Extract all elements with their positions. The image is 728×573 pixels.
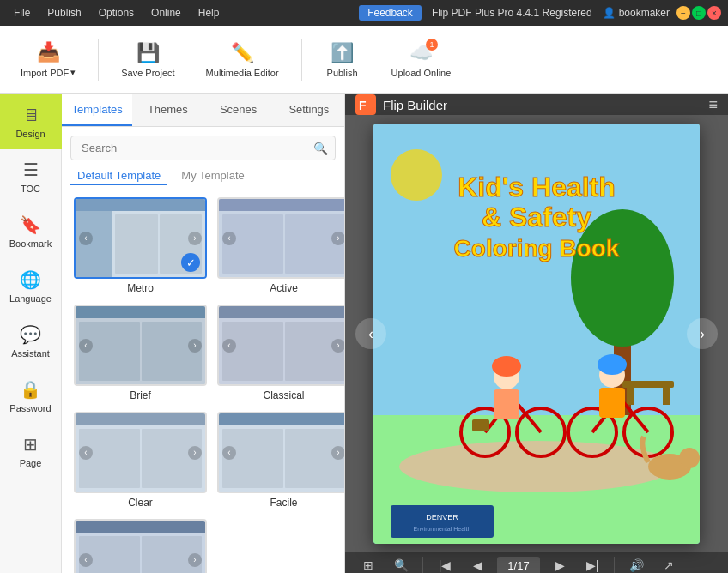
menu-publish[interactable]: Publish [40, 5, 88, 21]
close-button[interactable]: × [707, 6, 721, 20]
menu-file[interactable]: File [7, 5, 37, 21]
assistant-icon: 💬 [20, 324, 41, 345]
tab-settings[interactable]: Settings [274, 94, 344, 126]
menu-online[interactable]: Online [144, 5, 188, 21]
publish-button[interactable]: ⬆️ Publish [312, 37, 373, 83]
page-icon: ⊞ [23, 434, 38, 455]
flip-logo-icon: F [355, 94, 376, 115]
save-project-button[interactable]: 💾 Save Project [109, 37, 186, 83]
template-brief[interactable]: ‹ › Brief [69, 299, 212, 407]
maximize-button[interactable]: □ [692, 6, 706, 20]
assistant-label: Assistant [11, 348, 50, 359]
template-extra[interactable]: ‹ › [69, 514, 212, 573]
share-button[interactable]: ↗ [656, 552, 682, 573]
next-page-button[interactable]: › [687, 318, 718, 349]
extra-nav-left: ‹ [79, 553, 93, 567]
save-icon: 💾 [136, 42, 160, 64]
titlebar: File Publish Options Online Help Feedbac… [0, 0, 728, 26]
template-metro[interactable]: ‹ › ✓ Metro [69, 192, 212, 299]
search-bar: 🔍 [70, 136, 336, 160]
preview-footer: ⊞ 🔍 |◀ ◀ ▶ ▶| 🔊 ↗ [345, 552, 728, 573]
import-pdf-button[interactable]: 📥 Import PDF ▾ [9, 36, 88, 83]
facile-nav-left: ‹ [222, 446, 236, 460]
svg-rect-7 [622, 381, 674, 388]
metro-nav-left: ‹ [79, 232, 93, 245]
tab-scenes[interactable]: Scenes [203, 94, 274, 126]
feedback-button[interactable]: Feedback [359, 5, 422, 21]
subtab-default[interactable]: Default Template [70, 167, 167, 185]
svg-text:DENVER: DENVER [426, 513, 458, 522]
grid-view-button[interactable]: ⊞ [355, 552, 381, 573]
toolbar-separator-1 [98, 39, 99, 81]
subtab-my[interactable]: My Template [174, 167, 251, 185]
sidebar-item-page[interactable]: ⊞ Page [0, 424, 62, 479]
tab-templates[interactable]: Templates [62, 94, 132, 126]
sidebar-item-assistant[interactable]: 💬 Assistant [0, 314, 62, 369]
import-icon: 📥 [37, 41, 60, 63]
window-controls: − □ × [676, 6, 721, 20]
template-classical[interactable]: ‹ › Classical [212, 299, 344, 407]
save-label: Save Project [121, 68, 174, 78]
search-input[interactable] [78, 136, 313, 160]
preview-content: ‹ [345, 115, 728, 552]
page-input[interactable] [497, 557, 540, 574]
user-info: 👤 bookmaker [603, 7, 670, 19]
bookmark-label: Bookmark [9, 238, 52, 249]
sidebar-item-bookmark[interactable]: 🔖 Bookmark [0, 204, 62, 259]
sidebar-item-language[interactable]: 🌐 Language [0, 259, 62, 314]
template-name-metro: Metro [127, 282, 154, 294]
template-name-classical: Classical [263, 389, 304, 401]
prev-page-footer-button[interactable]: ◀ [464, 552, 490, 573]
classical-nav-right: › [331, 339, 344, 353]
sound-button[interactable]: 🔊 [623, 552, 649, 573]
selected-badge: ✓ [181, 253, 200, 272]
svg-point-30 [598, 354, 627, 375]
extra-nav-right: › [188, 553, 202, 567]
menu-help[interactable]: Help [191, 5, 227, 21]
svg-text:Kid's Health: Kid's Health [458, 172, 616, 202]
template-thumb-clear: ‹ › [74, 412, 207, 493]
language-icon: 🌐 [20, 269, 41, 290]
language-label: Language [9, 293, 52, 304]
multimedia-icon: ✏️ [231, 42, 254, 64]
upload-online-button[interactable]: ☁️ 1 Upload Online [379, 37, 464, 83]
svg-rect-9 [663, 388, 670, 405]
multimedia-editor-button[interactable]: ✏️ Multimedia Editor [194, 37, 291, 83]
preview-area: F Flip Builder ≡ ‹ [345, 94, 728, 573]
upload-badge: 1 [426, 39, 438, 51]
toolbar-separator-2 [301, 39, 302, 81]
zoom-in-button[interactable]: 🔍 [388, 552, 414, 573]
toc-icon: ☰ [23, 160, 39, 180]
publish-label: Publish [327, 68, 358, 78]
template-active[interactable]: ‹ › Active [212, 192, 344, 299]
left-sidebar: 🖥 Design ☰ TOC 🔖 Bookmark 🌐 Language 💬 A… [0, 94, 62, 573]
svg-point-32 [679, 448, 700, 468]
template-facile[interactable]: ‹ › Facile [212, 407, 344, 514]
multimedia-label: Multimedia Editor [206, 68, 279, 78]
design-label: Design [15, 129, 45, 139]
metro-nav-right: › [188, 232, 202, 245]
template-name-facile: Facile [270, 497, 297, 509]
tab-themes[interactable]: Themes [132, 94, 203, 126]
publish-icon: ⬆️ [331, 42, 354, 64]
sidebar-item-password[interactable]: 🔒 Password [0, 369, 62, 424]
next-page-footer-button[interactable]: ▶ [547, 552, 573, 573]
prev-page-button[interactable]: ‹ [355, 318, 386, 349]
template-name-active: Active [270, 282, 298, 294]
svg-rect-29 [599, 388, 625, 418]
svg-text:Environmental Health: Environmental Health [414, 526, 471, 532]
svg-rect-33 [391, 505, 494, 538]
hamburger-menu-icon[interactable]: ≡ [708, 96, 718, 114]
minimize-button[interactable]: − [676, 6, 690, 20]
flip-logo: F Flip Builder [355, 94, 447, 115]
classical-nav-left: ‹ [222, 339, 236, 353]
template-clear[interactable]: ‹ › Clear [69, 407, 212, 514]
import-dropdown-icon: ▾ [70, 67, 76, 78]
first-page-button[interactable]: |◀ [432, 552, 458, 573]
app-title: Flip PDF Plus Pro 4.4.1 Registered [432, 7, 592, 19]
sidebar-item-toc[interactable]: ☰ TOC [0, 149, 62, 204]
sidebar-item-design[interactable]: 🖥 Design [0, 94, 62, 149]
last-page-button[interactable]: ▶| [579, 552, 605, 573]
menu-options[interactable]: Options [92, 5, 141, 21]
panel-tabs: Templates Themes Scenes Settings [62, 94, 344, 127]
